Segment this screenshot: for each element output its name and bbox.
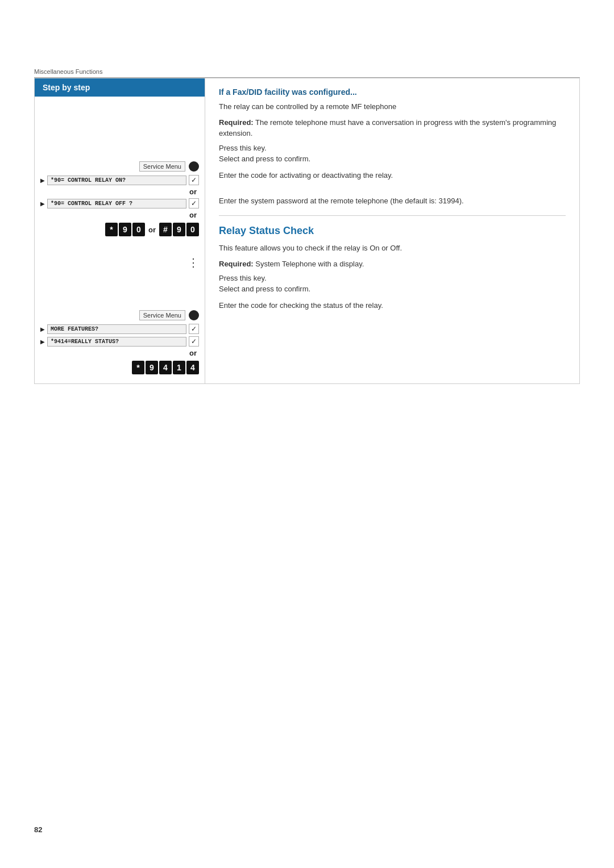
fax-title: If a Fax/DID facility was configured... [219,87,566,97]
menu-item-row-1: ▶ *90= CONTROL RELAY ON? ✓ [40,175,199,185]
arrow-icon-3: ▶ [40,326,45,332]
check-box-1: ✓ [189,175,199,185]
service-menu-label-1: Service Menu [139,161,185,172]
circle-icon-2 [189,310,199,320]
check-box-4: ✓ [189,336,199,347]
menu-item-box-4: *9414=REALLY STATUS? [47,337,186,347]
select-confirm-1: Select and press to confirm. [219,155,566,163]
required-body-2: System Telephone with a display. [254,260,364,268]
keypad-row-1: ⋮ [40,256,199,269]
code-hash-1: # [159,223,172,236]
left-panel: Step by step Service Menu ▶ *90= CONTROL… [35,78,205,383]
required-label-2: Required: [219,260,254,268]
code-row-1: * 9 0 or # 9 0 [40,223,199,236]
required-body-1: The remote telephone must have a convers… [219,118,556,138]
code-0-1: 0 [132,223,145,236]
menu-item-row-2: ▶ *90= CONTROL RELAY OFF ? ✓ [40,198,199,208]
required-label-1: Required: [219,118,254,127]
menu-item-row-4: ▶ *9414=REALLY STATUS? ✓ [40,336,199,347]
check-box-3: ✓ [189,324,199,334]
top-section-left: Service Menu ▶ *90= CONTROL RELAY ON? ✓ … [35,97,205,383]
or-row-3: or [40,349,199,357]
code-row-relay: * 9 4 1 4 [40,361,199,374]
code-4-2-relay: 4 [186,361,199,374]
code-description-2: Enter the code for checking the status o… [219,301,566,310]
menu-item-box-1: *90= CONTROL RELAY ON? [47,176,186,185]
relay-text-area: Relay Status Check This feature allows y… [219,225,566,310]
relay-body: This feature allows you to check if the … [219,243,566,254]
menu-item-box-3: MORE FEATURES? [47,324,186,334]
section-label: Miscellaneous Functions [34,68,580,75]
required-text-1: Required: The remote telephone must have… [219,117,566,139]
keypad-description: Enter the system password at the remote … [219,195,566,207]
page-number: 82 [34,825,42,834]
relay-title: Relay Status Check [219,225,566,237]
code-0-2: 0 [186,223,199,236]
keypad-icon-1: ⋮ [188,256,199,269]
select-confirm-2: Select and press to confirm. [219,285,566,293]
press-key-2: Press this key. [219,274,566,282]
arrow-icon-4: ▶ [40,339,45,345]
service-menu-label-2: Service Menu [139,310,185,320]
code-9-2: 9 [173,223,185,236]
arrow-icon-1: ▶ [40,177,45,183]
press-key-1: Press this key. [219,144,566,152]
right-panel: If a Fax/DID facility was configured... … [205,78,579,383]
or-row-1: or [40,187,199,196]
fax-body: The relay can be controlled by a remote … [219,101,566,112]
menu-item-box-2: *90= CONTROL RELAY OFF ? [47,199,186,208]
code-9-1: 9 [119,223,131,236]
check-box-2: ✓ [189,198,199,208]
step-by-step-header: Step by step [35,78,205,97]
menu-item-row-3: ▶ MORE FEATURES? ✓ [40,324,199,334]
code-1-relay: 1 [173,361,185,374]
service-menu-row-2: Service Menu [40,310,199,320]
code-4-relay: 4 [159,361,172,374]
service-menu-row-1: Service Menu [40,161,199,172]
code-star-relay: * [132,361,144,374]
code-description-1: Enter the code for activating or deactiv… [219,171,566,180]
code-or-text-1: or [148,226,156,234]
top-text-area: If a Fax/DID facility was configured... … [219,87,566,206]
arrow-icon-2: ▶ [40,201,45,207]
code-star-1: * [105,223,118,236]
or-row-2: or [40,211,199,219]
code-9-relay: 9 [146,361,158,374]
section-divider [219,215,566,216]
circle-icon-1 [189,161,199,172]
required-text-2: Required: System Telephone with a displa… [219,258,566,270]
